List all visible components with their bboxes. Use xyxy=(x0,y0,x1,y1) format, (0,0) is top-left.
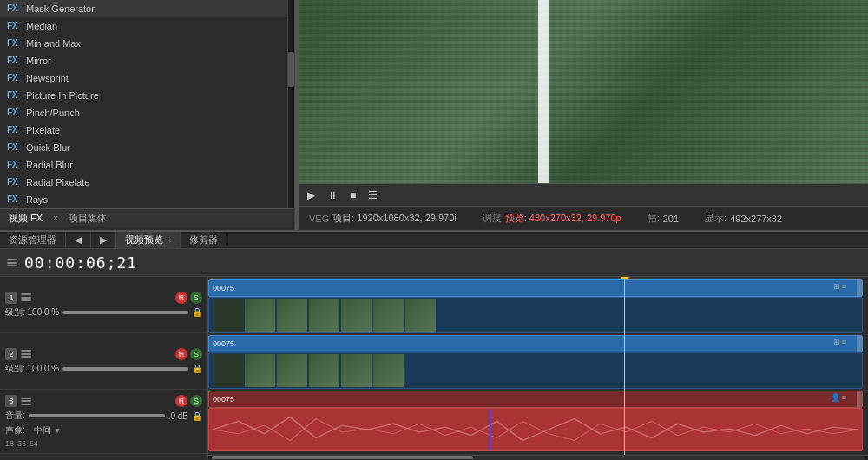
waveform-svg xyxy=(213,409,858,450)
pause-button[interactable]: ⏸ xyxy=(327,189,338,201)
track3-top: 3 R S xyxy=(5,395,202,407)
track3-vol-slider[interactable] xyxy=(29,414,165,417)
track1-resize-handle[interactable] xyxy=(857,280,862,296)
close-video-preview[interactable]: × xyxy=(167,236,171,245)
thumb2-4 xyxy=(309,354,339,387)
stop-button[interactable]: ■ xyxy=(350,189,356,201)
track3-pan-label: 声像: xyxy=(5,424,25,437)
effects-list-item[interactable]: FXMedian xyxy=(0,17,287,35)
effects-list-item[interactable]: FXMin and Max xyxy=(0,35,287,52)
fx-badge: FX xyxy=(7,36,23,50)
fx-badge: FX xyxy=(7,89,23,102)
track3-pan: 声像: 中间 ▼ xyxy=(5,424,202,437)
track2-thumb-strip xyxy=(213,353,404,388)
audio-playhead xyxy=(490,409,491,450)
project-info-text: 项目: 1920x1080x32, 29.970i xyxy=(332,212,457,225)
track2-icons: R S xyxy=(175,348,202,360)
level-36: 36 xyxy=(17,439,26,448)
track1-mute[interactable]: R xyxy=(175,292,187,304)
track2-clip-name: 00075 xyxy=(213,339,234,348)
effect-name: Pinch/Punch xyxy=(26,106,80,120)
thumb2-2 xyxy=(245,354,275,387)
play-button[interactable]: ▶ xyxy=(307,189,315,201)
fx-badge: FX xyxy=(7,71,23,85)
close-video-fx[interactable]: × xyxy=(53,214,58,223)
tab-video-fx[interactable]: 视频 FX xyxy=(3,212,48,225)
track3-pan-arrow[interactable]: ▼ xyxy=(54,426,62,435)
thumb1-2 xyxy=(245,299,275,332)
effects-list-item[interactable]: FXPicture In Picture xyxy=(0,87,287,104)
effects-list-item[interactable]: FXPinch/Punch xyxy=(0,104,287,122)
thumb1-5 xyxy=(341,299,372,332)
track1-clip-header[interactable]: 00075 ⊞ ≡ xyxy=(208,279,863,297)
fx-badge: FX xyxy=(7,175,23,189)
track3-resize-handle[interactable] xyxy=(857,391,862,407)
effects-list-item[interactable]: FXMirror xyxy=(0,52,287,69)
level-54: 54 xyxy=(30,439,38,448)
effects-list-item[interactable]: FXMask Generator xyxy=(0,0,287,17)
track1-thumb-strip xyxy=(213,298,436,332)
track2-clip-header[interactable]: 00075 ⊞ ≡ xyxy=(208,335,863,352)
effects-list: FXMask GeneratorFXMedianFXMin and MaxFXM… xyxy=(0,0,287,208)
display-info: 显示: 492x277x32 xyxy=(705,212,782,225)
playhead-line xyxy=(624,279,625,455)
effects-scrollbar-thumb[interactable] xyxy=(288,52,294,87)
track2-resize-handle[interactable] xyxy=(857,336,862,352)
tab-video-preview[interactable]: 视频预览 × xyxy=(116,232,181,248)
track3-menu[interactable] xyxy=(21,398,31,405)
effects-list-item[interactable]: FXRays xyxy=(0,191,287,208)
track2-slider[interactable] xyxy=(62,367,188,371)
tab-nav-prev[interactable]: ◀ xyxy=(66,232,91,248)
track2-solo[interactable]: S xyxy=(190,348,202,360)
effects-list-wrap: FXMask GeneratorFXMedianFXMin and MaxFXM… xyxy=(0,0,287,208)
track3-number: 3 xyxy=(5,395,17,407)
tab-nav-next[interactable]: ▶ xyxy=(91,232,116,248)
track3-clip-header[interactable]: 00075 👤 ≡ xyxy=(208,391,863,408)
scrollbar-thumb[interactable] xyxy=(212,456,473,459)
track1-lock[interactable]: 🔒 xyxy=(192,307,202,317)
timeline-menu-icon[interactable] xyxy=(7,259,17,266)
track1-slider[interactable] xyxy=(62,311,188,314)
scrollbar-track[interactable] xyxy=(212,456,865,459)
effects-scrollbar[interactable] xyxy=(287,0,294,208)
tab-asset-manager[interactable]: 资源管理器 xyxy=(0,232,66,248)
track1-icons: R S xyxy=(175,292,202,304)
tab-project-media[interactable]: 项目媒体 xyxy=(63,212,112,225)
preview-info-detail: 调度 预览: 480x270x32, 29.970p xyxy=(483,212,621,225)
timeline-body: 1 R S 级别: 100.0 % 🔒 xyxy=(0,277,868,459)
track-controls: 1 R S 级别: 100.0 % 🔒 xyxy=(0,277,208,459)
preview-panel: ▶ ⏸ ■ ☰ VEG 项目: 1920x1080x32, 29.970i 调度… xyxy=(299,0,868,230)
track1-crop-icon: ⊞ xyxy=(833,282,840,291)
menu-button[interactable]: ☰ xyxy=(368,189,378,201)
effects-list-item[interactable]: FXNewsprint xyxy=(0,69,287,87)
preview-controls: ▶ ⏸ ■ ☰ xyxy=(299,183,868,206)
effects-panel: FXMask GeneratorFXMedianFXMin and MaxFXM… xyxy=(0,0,295,230)
track3-volume: 音量: .0 dB 🔒 xyxy=(5,410,202,422)
timeline-ruler-tracks: -10:11 00:00:00;00 00:00:05;00 00:00:10;… xyxy=(208,277,868,459)
track3-solo[interactable]: S xyxy=(190,395,202,407)
track3-lock[interactable]: 🔒 xyxy=(192,411,202,421)
effect-name: Median xyxy=(26,19,57,33)
effect-name: Min and Max xyxy=(26,36,81,50)
track1-menu[interactable] xyxy=(21,293,31,301)
effects-list-item[interactable]: FXRadial Pixelate xyxy=(0,174,287,191)
timeline-scrollbar[interactable] xyxy=(208,455,868,459)
effects-list-item[interactable]: FXRadial Blur xyxy=(0,156,287,174)
track2-menu[interactable] xyxy=(21,350,31,358)
effects-list-item[interactable]: FXQuick Blur xyxy=(0,139,287,156)
track1-label: 级别: 100.0 % xyxy=(5,306,59,319)
bottom-tabs-row: 资源管理器 ◀ ▶ 视频预览 × 修剪器 xyxy=(0,230,868,249)
track1-solo[interactable]: S xyxy=(190,292,202,304)
top-section: FXMask GeneratorFXMedianFXMin and MaxFXM… xyxy=(0,0,868,230)
track2-label: 级别: 100.0 % xyxy=(5,363,59,375)
track2-lock[interactable]: 🔒 xyxy=(192,364,202,373)
effects-panel-tabs: 视频 FX × 项目媒体 xyxy=(0,208,294,227)
tab-editor[interactable]: 修剪器 xyxy=(181,232,227,248)
fx-badge: FX xyxy=(7,19,23,33)
track3-mute[interactable]: R xyxy=(175,395,187,407)
fx-badge: FX xyxy=(7,141,23,154)
track1-number: 1 xyxy=(5,292,17,304)
track2-mute[interactable]: R xyxy=(175,348,187,360)
effects-list-item[interactable]: FXPixelate xyxy=(0,122,287,139)
track1-clip-icons: ⊞ ≡ xyxy=(833,282,846,291)
